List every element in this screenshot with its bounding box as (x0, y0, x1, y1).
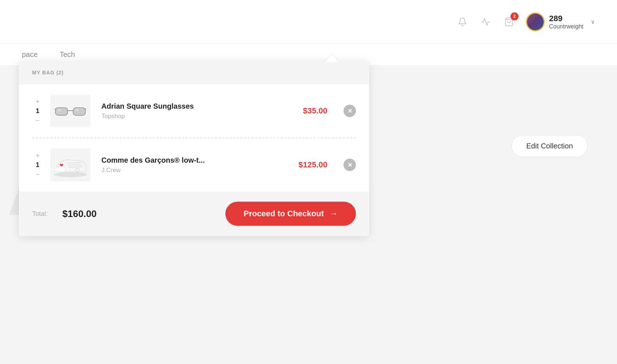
item-image-sunglasses (50, 94, 90, 127)
svg-point-7 (75, 109, 79, 111)
item-name-2: Comme des Garçons® low-t... (101, 156, 291, 164)
cart-badge: 2 (511, 12, 519, 20)
svg-point-6 (58, 109, 61, 111)
edit-collection-button[interactable]: Edit Collection (511, 135, 588, 157)
user-name: Countrweight (549, 23, 583, 30)
quantity-control-1: + 1 − (32, 98, 43, 124)
user-info: 289 Countrweight (549, 14, 583, 30)
qty-value-1: 1 (36, 107, 39, 115)
user-profile[interactable]: 289 Countrweight ∨ (526, 12, 595, 31)
bag-dropdown: MY BAG (2) + 1 − (19, 61, 369, 236)
bell-icon[interactable] (456, 15, 469, 28)
cart-icon-wrapper[interactable]: 2 (502, 15, 516, 28)
bag-item: + 1 − Adrian Square Sunglasses (32, 84, 356, 138)
activity-icon[interactable] (479, 15, 492, 28)
svg-point-8 (54, 172, 87, 177)
bag-footer: Total: $160.00 Proceed to Checkout → (19, 191, 369, 236)
remove-item-1[interactable]: ✕ (344, 105, 356, 117)
item-brand-2: J.Crew (101, 167, 291, 174)
bag-dropdown-arrow (325, 54, 338, 62)
item-brand-1: Topshop (101, 113, 296, 120)
svg-rect-1 (55, 108, 68, 115)
qty-increase-2[interactable]: + (36, 152, 40, 159)
qty-decrease-1[interactable]: − (36, 117, 40, 124)
qty-decrease-2[interactable]: − (36, 171, 40, 178)
qty-increase-1[interactable]: + (36, 98, 40, 105)
bag-items: + 1 − Adrian Square Sunglasses (19, 84, 369, 191)
nav-item-tech[interactable]: Tech (59, 50, 75, 59)
checkout-button[interactable]: Proceed to Checkout → (225, 202, 356, 226)
quantity-control-2: + 1 − (32, 152, 43, 178)
remove-item-2[interactable]: ✕ (344, 159, 356, 171)
total-label: Total: (32, 210, 48, 218)
bag-item-2: + 1 − (32, 138, 356, 191)
svg-rect-2 (73, 108, 86, 115)
bag-header: MY BAG (2) (19, 61, 369, 84)
item-price-1: $35.00 (303, 106, 327, 116)
item-image-sneaker (50, 148, 90, 181)
item-details-1: Adrian Square Sunglasses Topshop (98, 102, 296, 120)
header: 2 289 Countrweight ∨ (0, 0, 617, 44)
total-amount: $160.00 (62, 208, 97, 220)
item-details-2: Comme des Garçons® low-t... J.Crew (98, 156, 291, 174)
avatar (526, 12, 545, 31)
bag-title: MY BAG (2) (32, 70, 64, 75)
header-icons: 2 289 Countrweight ∨ (456, 12, 595, 31)
chevron-down-icon: ∨ (591, 18, 595, 25)
checkout-arrow-icon: → (330, 209, 338, 218)
nav-item-pace[interactable]: pace (22, 50, 38, 59)
qty-value-2: 1 (36, 161, 39, 169)
item-name-1: Adrian Square Sunglasses (101, 102, 296, 111)
item-price-2: $125.00 (298, 160, 327, 170)
user-points: 289 (549, 14, 583, 23)
checkout-label: Proceed to Checkout (244, 209, 324, 218)
